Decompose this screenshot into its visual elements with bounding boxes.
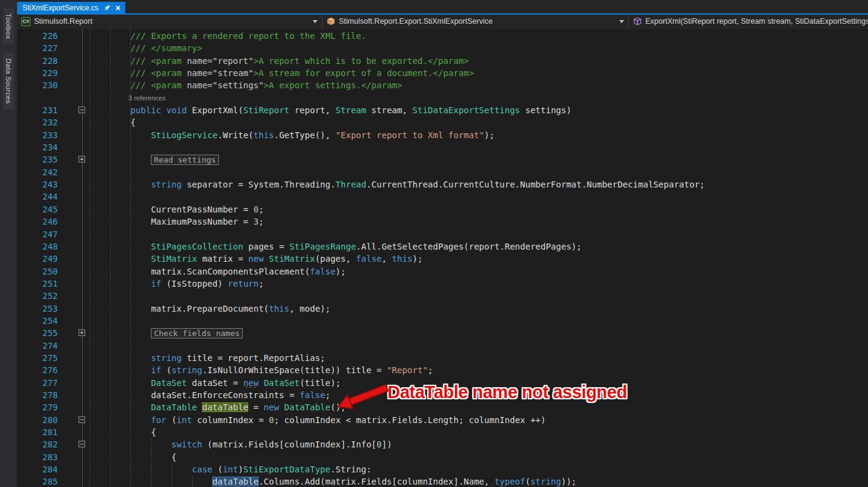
line-number: 242 [17,166,59,178]
code-line[interactable]: 227 /// </summary> [17,42,868,54]
line-number: 280 [17,414,59,426]
code-text[interactable]: { [89,451,176,463]
project-dropdown[interactable]: C# Stimulsoft.Report [17,15,322,28]
code-line[interactable]: 228 /// <param name="report">A report wh… [17,55,868,67]
code-line[interactable]: 226 /// Exports a rendered report to the… [17,30,868,42]
collapse-toggle-icon[interactable]: − [78,107,85,113]
code-line[interactable]: 229 /// <param name="stream">A stream fo… [17,67,868,79]
line-number: 227 [17,42,59,54]
code-text[interactable]: /// <param name="stream">A stream for ex… [89,67,474,79]
chevron-down-icon [619,20,624,23]
code-text[interactable]: DataSet dataSet = new DataSet(title); [89,377,341,389]
code-text[interactable]: Check fields names [89,327,243,339]
codelens-references[interactable]: 3 references [89,92,165,104]
code-line[interactable]: 281 { [17,426,868,438]
code-line[interactable]: 251 if (IsStopped) return; [17,278,868,290]
outline-margin [59,426,89,438]
pin-icon[interactable] [103,4,111,12]
line-number: 284 [17,463,59,475]
line-number: 230 [17,79,59,91]
code-line[interactable]: 232 { [17,116,868,128]
code-line[interactable]: 248 StiPagesCollection pages = StiPagesR… [17,240,868,253]
code-line[interactable]: 231− public void ExportXml(StiReport rep… [17,104,868,116]
code-text[interactable]: StiMatrix matrix = new StiMatrix(pages, … [89,253,423,265]
code-text[interactable]: CurrentPassNumber = 0; [89,203,264,215]
code-text[interactable]: StiLogService.Write(this.GetType(), "Exp… [89,129,495,141]
code-line[interactable]: 230 /// <param name="settings">A export … [17,79,868,91]
code-text[interactable]: string title = report.ReportAlias; [89,352,325,364]
code-text[interactable]: public void ExportXml(StiReport report, … [89,104,571,116]
code-text[interactable]: for (int columnIndex = 0; columnIndex < … [89,414,546,426]
code-line[interactable]: 3 references [17,92,868,104]
close-icon[interactable]: × [116,4,120,12]
code-text[interactable]: /// <param name="settings">A export sett… [89,79,402,91]
code-text[interactable]: dataSet.EnforceConstraints = false; [89,389,330,401]
code-line[interactable]: 247 [17,228,868,240]
line-number: 228 [17,55,59,67]
outline-margin [59,79,89,91]
code-line[interactable]: 244 [17,191,868,203]
code-text[interactable]: switch (matrix.Fields[columnIndex].Info[… [89,438,392,450]
code-line[interactable]: 242 [17,166,868,178]
line-number: 282 [17,438,59,450]
code-text[interactable]: matrix.PrepareDocument(this, mode); [89,303,330,315]
outline-margin [59,265,89,278]
code-text[interactable]: MaximumPassNumber = 3; [89,215,264,228]
code-text[interactable]: matrix.ScanComponentsPlacement(false); [89,265,345,278]
member-dropdown[interactable]: ExportXml(StiReport report, Stream strea… [629,15,868,28]
collapse-toggle-icon[interactable]: − [78,441,85,447]
code-text[interactable]: /// Exports a rendered report to the XML… [89,30,366,42]
code-line[interactable]: 274 [17,340,868,352]
code-text[interactable]: { [89,116,136,128]
collapsed-region[interactable]: Read settings [151,155,219,165]
code-line[interactable]: 279 DataTable dataTable = new DataTable(… [17,401,868,413]
class-icon [327,17,335,26]
code-line[interactable]: 275 string title = report.ReportAlias; [17,352,868,364]
code-line[interactable]: 233 StiLogService.Write(this.GetType(), … [17,129,868,141]
code-text[interactable]: if (IsStopped) return; [89,278,264,290]
collapse-toggle-icon[interactable]: − [78,416,85,423]
sidebar-item-data-sources[interactable]: Data Sources [3,53,14,109]
code-text[interactable]: case (int)StiExportDataType.String: [89,463,372,475]
code-line[interactable]: 280− for (int columnIndex = 0; columnInd… [17,414,868,426]
code-line[interactable]: 284 case (int)StiExportDataType.String: [17,463,868,475]
code-text[interactable]: if (string.IsNullOrWhiteSpace(title)) ti… [89,364,433,376]
code-text[interactable]: Read settings [89,153,219,166]
code-text[interactable]: { [89,426,156,438]
outline-margin [59,141,89,153]
document-tab[interactable]: StiXmlExportService.cs × [17,2,125,13]
code-line[interactable]: 276 if (string.IsNullOrWhiteSpace(title)… [17,364,868,376]
code-line[interactable]: 254 [17,315,868,327]
code-line[interactable]: 249 StiMatrix matrix = new StiMatrix(pag… [17,253,868,265]
code-line[interactable]: 246 MaximumPassNumber = 3; [17,215,868,228]
code-line[interactable]: 234 [17,141,868,153]
tab-bar: StiXmlExportService.cs × [17,0,868,15]
line-number: 243 [17,178,59,191]
code-line[interactable]: 250 matrix.ScanComponentsPlacement(false… [17,265,868,278]
code-text[interactable]: dataTable.Columns.Add(matrix.Fields[colu… [89,475,577,487]
code-text[interactable]: /// <param name="report">A report which … [89,55,469,67]
collapse-toggle-icon[interactable]: + [78,156,85,163]
code-line[interactable]: 235+ Read settings [17,153,868,166]
line-number: 274 [17,340,59,352]
code-text[interactable]: StiPagesCollection pages = StiPagesRange… [89,240,582,253]
collapsed-region[interactable]: Check fields names [151,328,243,338]
outline-margin [59,475,89,487]
code-text[interactable]: /// </summary> [89,42,202,54]
code-line[interactable]: 245 CurrentPassNumber = 0; [17,203,868,215]
type-dropdown[interactable]: Stimulsoft.Report.Export.StiXmlExportSer… [322,15,629,28]
outline-margin: − [59,414,89,426]
code-line[interactable]: 252 [17,290,868,302]
code-line[interactable]: 243 string separator = System.Threading.… [17,178,868,191]
code-editor[interactable]: 226 /// Exports a rendered report to the… [17,29,868,487]
code-text[interactable]: DataTable dataTable = new DataTable(); [89,401,346,413]
collapse-toggle-icon[interactable]: + [78,329,85,336]
code-line[interactable]: 255+ Check fields names [17,327,868,339]
code-line[interactable]: 283 { [17,451,868,463]
code-text[interactable]: string separator = System.Threading.Thre… [89,178,704,191]
sidebar-item-toolbox[interactable]: Toolbox [3,8,14,44]
code-line[interactable]: 253 matrix.PrepareDocument(this, mode); [17,303,868,315]
line-number: 250 [17,265,59,278]
code-line[interactable]: 282− switch (matrix.Fields[columnIndex].… [17,438,868,450]
code-line[interactable]: 285 dataTable.Columns.Add(matrix.Fields[… [17,475,868,487]
